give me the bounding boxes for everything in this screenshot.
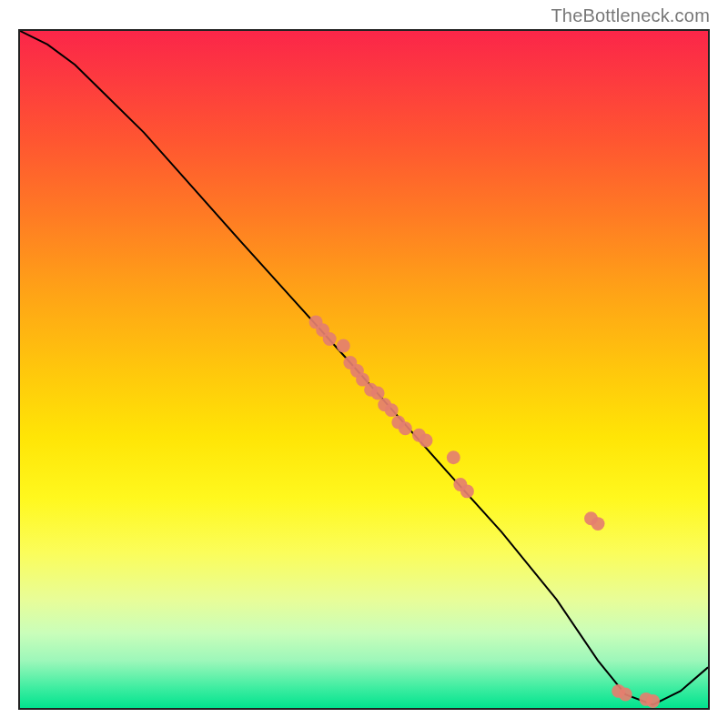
benchmark-dot <box>619 688 632 702</box>
benchmark-dot <box>323 332 337 346</box>
plot-area <box>18 29 710 710</box>
chart-container: TheBottleneck.com <box>0 0 728 728</box>
benchmark-dot <box>371 387 385 400</box>
benchmark-dot <box>592 517 605 531</box>
benchmark-dot <box>337 339 350 352</box>
watermark-text: TheBottleneck.com <box>551 5 710 26</box>
benchmark-dot <box>447 450 460 464</box>
curve-svg <box>20 31 708 708</box>
benchmark-dot <box>399 421 412 435</box>
bottleneck-curve <box>20 31 708 704</box>
benchmark-dot <box>646 694 660 708</box>
benchmark-dot <box>460 484 474 498</box>
benchmark-dot <box>385 403 399 417</box>
benchmark-dot <box>420 434 433 448</box>
